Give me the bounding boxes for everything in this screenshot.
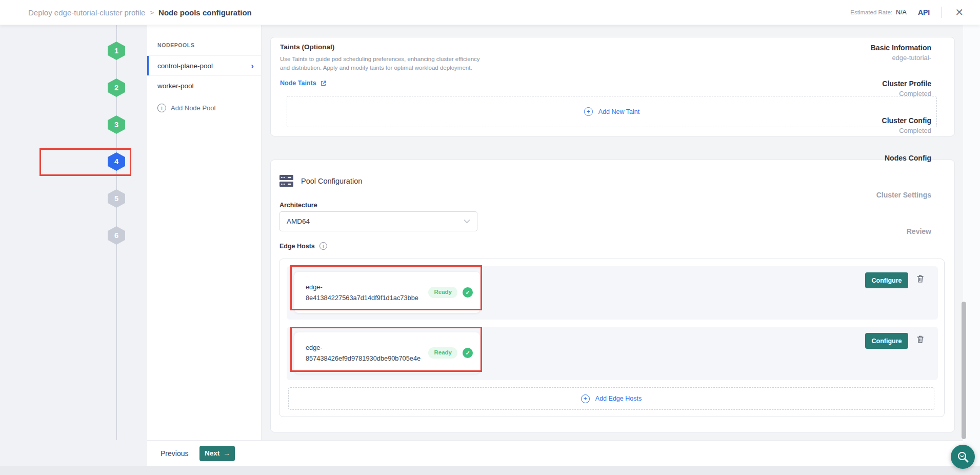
info-icon[interactable]: i <box>319 242 327 250</box>
pool-name: worker-pool <box>157 82 194 90</box>
help-widget-button[interactable] <box>951 445 975 469</box>
step-title: Cluster Profile <box>839 79 931 89</box>
plus-circle-icon: + <box>581 394 590 403</box>
node-taints-link-label: Node Taints <box>280 80 316 87</box>
architecture-select[interactable]: AMD64 <box>279 211 477 231</box>
step-title: Nodes Config <box>839 153 931 163</box>
configure-button[interactable]: Configure <box>865 333 908 349</box>
step-cluster-settings[interactable]: Cluster Settings <box>839 190 931 200</box>
node-taints-link[interactable]: Node Taints <box>280 80 327 87</box>
estimated-rate-value: N/A <box>896 9 907 16</box>
taints-description: Use Taints to guide pod scheduling prefe… <box>280 55 484 72</box>
edge-host-card[interactable]: edge- 857438426ef9d9781930dbe90b705e4e R… <box>294 332 480 373</box>
step-basic-information[interactable]: Basic Information edge-tutorial- <box>839 43 931 63</box>
edge-host-name: edge- 857438426ef9d9781930dbe90b705e4e <box>306 342 423 364</box>
add-edge-hosts-button[interactable]: + Add Edge Hosts <box>288 387 934 410</box>
check-circle-icon: ✓ <box>463 287 473 298</box>
step-nodes-config[interactable]: Nodes Config <box>839 153 931 163</box>
header-divider <box>941 7 942 18</box>
close-icon[interactable]: ✕ <box>953 6 966 18</box>
step-title: Basic Information <box>839 43 931 53</box>
nodepools-heading: NODEPOOLS <box>157 42 261 48</box>
trash-icon[interactable] <box>916 335 924 344</box>
estimated-rate-label: Estimated Rate: <box>850 9 892 15</box>
api-link[interactable]: API <box>918 8 930 16</box>
trash-icon[interactable] <box>916 274 924 283</box>
architecture-value: AMD64 <box>287 217 310 225</box>
pool-item-control-plane-pool[interactable]: control-plane-pool › <box>147 55 261 75</box>
edge-hosts-container: edge- 8e41384227563a7d14df9f1d1ac73bbe R… <box>279 259 945 417</box>
previous-button[interactable]: Previous <box>161 449 188 458</box>
add-new-taint-label: Add New Taint <box>598 108 639 115</box>
external-link-icon <box>320 80 327 87</box>
next-button-label: Next <box>205 449 219 457</box>
nodepools-panel: NODEPOOLS control-plane-pool › worker-po… <box>147 25 262 440</box>
wizard-header: Deploy edge-tutorial-cluster profile > N… <box>0 0 980 25</box>
edge-host-name: edge- 8e41384227563a7d14df9f1d1ac73bbe <box>306 282 423 303</box>
breadcrumb: Deploy edge-tutorial-cluster profile > N… <box>28 8 252 17</box>
pool-name: control-plane-pool <box>157 62 213 70</box>
status-badge: Ready <box>428 347 457 359</box>
taints-section-title: Taints (Optional) <box>280 43 334 51</box>
plus-circle-icon: + <box>157 104 166 112</box>
step-review[interactable]: Review <box>839 227 931 236</box>
step-title: Cluster Settings <box>839 190 931 200</box>
pool-item-worker-pool[interactable]: worker-pool <box>147 75 261 95</box>
breadcrumb-separator-icon: > <box>150 9 154 16</box>
add-edge-hosts-label: Add Edge Hosts <box>595 395 642 402</box>
edge-host-card[interactable]: edge- 8e41384227563a7d14df9f1d1ac73bbe R… <box>294 272 480 313</box>
architecture-label: Architecture <box>279 202 317 209</box>
magnifier-smile-icon <box>956 450 970 464</box>
step-subtitle: edge-tutorial- <box>839 53 931 63</box>
page-title: Node pools configuration <box>158 8 252 17</box>
edge-host-row: edge- 857438426ef9d9781930dbe90b705e4e R… <box>287 327 938 380</box>
plus-circle-icon: + <box>584 107 593 116</box>
page-bottom-strip <box>0 466 980 475</box>
estimated-rate: Estimated Rate: N/A <box>850 9 907 16</box>
edge-hosts-label: Edge Hosts <box>279 243 315 250</box>
edge-host-row: edge- 8e41384227563a7d14df9f1d1ac73bbe R… <box>287 266 938 320</box>
wizard-footer: Previous Next → <box>147 440 963 466</box>
step-subtitle: Completed <box>839 89 931 98</box>
scrollbar-thumb[interactable] <box>962 302 966 439</box>
chevron-down-icon <box>464 219 470 224</box>
chevron-right-icon: › <box>251 62 254 70</box>
server-rack-icon <box>279 175 293 187</box>
pool-configuration-title: Pool Configuration <box>301 177 362 185</box>
add-node-pool-label: Add Node Pool <box>171 104 215 112</box>
check-circle-icon: ✓ <box>463 348 473 358</box>
next-button[interactable]: Next → <box>199 446 235 461</box>
configure-button[interactable]: Configure <box>865 272 908 288</box>
add-node-pool-button[interactable]: + Add Node Pool <box>157 104 261 112</box>
step-cluster-profile[interactable]: Cluster Profile Completed <box>839 79 931 98</box>
step-subtitle: Completed <box>839 126 931 135</box>
step-title: Cluster Config <box>839 116 931 126</box>
step-cluster-config[interactable]: Cluster Config Completed <box>839 116 931 135</box>
breadcrumb-profile: Deploy edge-tutorial-cluster profile <box>28 8 145 17</box>
arrow-right-icon: → <box>223 449 230 457</box>
step-title: Review <box>839 227 931 236</box>
status-badge: Ready <box>428 287 457 298</box>
pool-configuration-card: Pool Configuration Architecture AMD64 Ed… <box>270 160 955 432</box>
